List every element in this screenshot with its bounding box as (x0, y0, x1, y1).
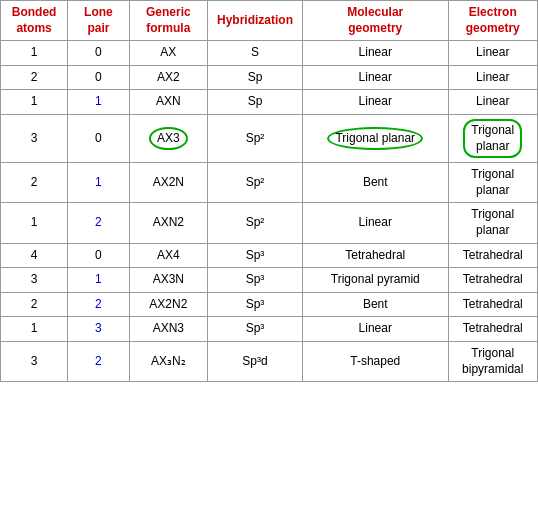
cell-generic: AX4 (129, 243, 207, 268)
cell-elecgeom: Linear (448, 41, 538, 66)
cell-hybridization: Sp³ (207, 243, 302, 268)
cell-molgeom: T-shaped (303, 341, 448, 381)
table-row: 30AX3Sp²Trigonal planarTrigonalplanar (1, 114, 538, 162)
cell-generic: AX2N2 (129, 292, 207, 317)
cell-molgeom: Linear (303, 317, 448, 342)
header-bonded: Bondedatoms (1, 1, 68, 41)
cell-hybridization: Sp (207, 90, 302, 115)
cell-generic: AX3N (129, 268, 207, 293)
cell-lone: 0 (68, 243, 130, 268)
table-row: 22AX2N2Sp³BentTetrahedral (1, 292, 538, 317)
cell-lone: 1 (68, 268, 130, 293)
cell-generic: AX2 (129, 65, 207, 90)
cell-molgeom: Bent (303, 292, 448, 317)
cell-elecgeom: Linear (448, 65, 538, 90)
cell-lone: 1 (68, 90, 130, 115)
cell-elecgeom: Trigonalplanar (448, 163, 538, 203)
header-generic: Genericformula (129, 1, 207, 41)
table-row: 32AX₃N₂Sp³dT-shapedTrigonalbipyramidal (1, 341, 538, 381)
table-row: 13AXN3Sp³LinearTetrahedral (1, 317, 538, 342)
cell-lone: 2 (68, 203, 130, 243)
cell-bonded: 1 (1, 41, 68, 66)
molecular-geometry-table: Bondedatoms Lonepair Genericformula Hybr… (0, 0, 538, 382)
cell-bonded: 3 (1, 341, 68, 381)
cell-generic: AX3 (129, 114, 207, 162)
cell-elecgeom: Tetrahedral (448, 317, 538, 342)
cell-elecgeom: Trigonalplanar (448, 203, 538, 243)
cell-molgeom: Tetrahedral (303, 243, 448, 268)
cell-lone: 1 (68, 163, 130, 203)
cell-lone: 2 (68, 341, 130, 381)
cell-bonded: 3 (1, 268, 68, 293)
cell-bonded: 2 (1, 292, 68, 317)
header-molgeom: Moleculargeometry (303, 1, 448, 41)
header-hybridization: Hybridization (207, 1, 302, 41)
cell-hybridization: Sp² (207, 203, 302, 243)
cell-hybridization: Sp² (207, 163, 302, 203)
cell-elecgeom: Trigonalplanar (448, 114, 538, 162)
cell-bonded: 3 (1, 114, 68, 162)
cell-generic: AXN3 (129, 317, 207, 342)
cell-elecgeom: Linear (448, 90, 538, 115)
header-elecgeom: Electrongeometry (448, 1, 538, 41)
cell-bonded: 1 (1, 90, 68, 115)
cell-bonded: 4 (1, 243, 68, 268)
cell-molgeom: Linear (303, 41, 448, 66)
cell-lone: 3 (68, 317, 130, 342)
cell-lone: 0 (68, 114, 130, 162)
cell-elecgeom: Trigonalbipyramidal (448, 341, 538, 381)
cell-molgeom: Linear (303, 90, 448, 115)
cell-lone: 2 (68, 292, 130, 317)
cell-elecgeom: Tetrahedral (448, 292, 538, 317)
table-row: 11AXNSpLinearLinear (1, 90, 538, 115)
table-row: 31AX3NSp³Trigonal pyramidTetrahedral (1, 268, 538, 293)
cell-bonded: 2 (1, 65, 68, 90)
table-row: 12AXN2Sp²LinearTrigonalplanar (1, 203, 538, 243)
cell-molgeom: Trigonal pyramid (303, 268, 448, 293)
cell-generic: AXN (129, 90, 207, 115)
cell-hybridization: Sp³ (207, 317, 302, 342)
cell-generic: AX2N (129, 163, 207, 203)
cell-hybridization: S (207, 41, 302, 66)
header-row: Bondedatoms Lonepair Genericformula Hybr… (1, 1, 538, 41)
cell-generic: AX₃N₂ (129, 341, 207, 381)
table-row: 40AX4Sp³TetrahedralTetrahedral (1, 243, 538, 268)
cell-generic: AX (129, 41, 207, 66)
header-lone: Lonepair (68, 1, 130, 41)
cell-hybridization: Sp² (207, 114, 302, 162)
cell-hybridization: Sp³d (207, 341, 302, 381)
cell-hybridization: Sp (207, 65, 302, 90)
cell-bonded: 2 (1, 163, 68, 203)
cell-molgeom: Bent (303, 163, 448, 203)
cell-molgeom: Linear (303, 65, 448, 90)
cell-elecgeom: Tetrahedral (448, 243, 538, 268)
table-row: 20AX2SpLinearLinear (1, 65, 538, 90)
cell-lone: 0 (68, 65, 130, 90)
cell-molgeom: Linear (303, 203, 448, 243)
cell-hybridization: Sp³ (207, 268, 302, 293)
cell-hybridization: Sp³ (207, 292, 302, 317)
table-row: 10AXSLinearLinear (1, 41, 538, 66)
cell-lone: 0 (68, 41, 130, 66)
cell-elecgeom: Tetrahedral (448, 268, 538, 293)
cell-bonded: 1 (1, 203, 68, 243)
cell-generic: AXN2 (129, 203, 207, 243)
table-row: 21AX2NSp²BentTrigonalplanar (1, 163, 538, 203)
cell-bonded: 1 (1, 317, 68, 342)
cell-molgeom: Trigonal planar (303, 114, 448, 162)
